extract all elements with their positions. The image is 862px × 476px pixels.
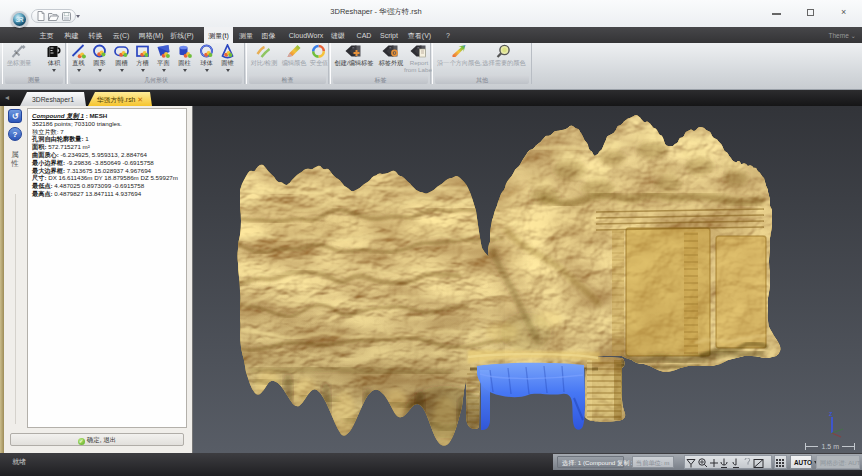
svg-text:z: z [829,410,833,417]
